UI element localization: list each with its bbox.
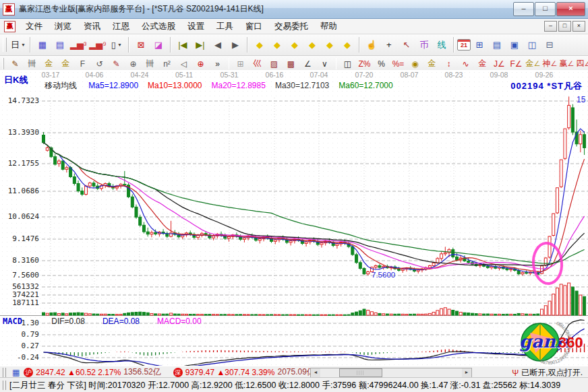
menu-item-trade-commission[interactable]: 交易委托 (268, 20, 314, 32)
shanghai-badge-icon[interactable]: 沪 (24, 368, 33, 377)
calculator-icon[interactable]: ⊞ (471, 37, 488, 53)
toolbar-separator (336, 58, 336, 69)
app-menu-icon[interactable]: 赢 (4, 21, 16, 32)
expand-v-icon[interactable]: ◆ (321, 37, 339, 53)
fan-lines-icon[interactable]: 巛 (249, 57, 266, 71)
mirror-angle-icon[interactable]: ◁ (175, 57, 192, 71)
prev-page-icon[interactable]: ◀ (209, 37, 227, 53)
angle-fan-icon[interactable]: ∠ (299, 57, 316, 71)
net-box-icon[interactable]: ▩ (283, 57, 299, 71)
brush-updown-icon[interactable]: ↕ (440, 57, 457, 71)
menu-item-settings[interactable]: 设置 (181, 20, 210, 32)
menu-item-news[interactable]: 资讯 (78, 20, 107, 32)
menu-item-help[interactable]: 帮助 (314, 20, 343, 32)
toolbar-grip[interactable] (3, 58, 4, 69)
scroll-left-arrow[interactable]: ◄ (311, 368, 320, 377)
more-chevron-icon[interactable]: » (209, 57, 226, 71)
hand-tool-icon[interactable]: ☝ (363, 37, 380, 53)
minimize-button[interactable]: – (513, 2, 534, 16)
menu-item-file[interactable]: 文件 (20, 20, 49, 32)
last-page-icon[interactable]: ▶| (192, 37, 209, 53)
gann-box-icon[interactable]: ⊠ (132, 37, 150, 53)
gold-lines-icon[interactable]: 金 (423, 57, 440, 71)
info-list-icon[interactable]: ▤ (51, 37, 69, 53)
spiral-icon[interactable]: ↺ (91, 57, 108, 71)
ying-angle-icon[interactable]: 赢∠ (558, 57, 575, 71)
bars-9-icon[interactable]: ▂▅⁹ (88, 37, 108, 53)
percent-lines-icon[interactable]: %= (390, 57, 407, 71)
mdi-minimize-button[interactable]: – (544, 21, 557, 32)
sh-change: ▲60.52 (67, 368, 96, 377)
bars-3-icon[interactable]: ▂▅³ (69, 37, 88, 53)
save-icon[interactable]: ▣ (506, 37, 523, 53)
grid-box-icon[interactable]: ⊞ (232, 57, 249, 71)
v-angle-icon[interactable]: ∨ (316, 57, 333, 71)
calendar-icon[interactable]: 21 (457, 39, 471, 51)
measure-brush-icon[interactable]: ✎ (7, 57, 24, 71)
printer-icon[interactable]: ⊟ (541, 37, 558, 53)
gann-net-icon[interactable]: ▦ (34, 37, 51, 53)
macd-pane-label: MACD (3, 317, 22, 326)
network-icon[interactable]: ◫ (523, 37, 541, 53)
menu-item-browse[interactable]: 浏览 (49, 20, 78, 32)
sz-index: 9379.47 (185, 368, 214, 377)
gold-circle-icon[interactable]: ◉ (407, 57, 423, 71)
y-axis-tick: 9.1476 (0, 234, 39, 243)
coin-tool-icon[interactable]: 币 (415, 37, 433, 53)
y-axis-tick: 8.3160 (0, 256, 39, 265)
first-page-icon[interactable]: |◀ (174, 37, 192, 53)
compass-icon[interactable]: ⊕ (192, 57, 209, 71)
macd-legend-item: MACD=0.00 (157, 317, 202, 326)
shenzhen-badge-icon[interactable]: 深 (173, 368, 183, 377)
toolbar-grip[interactable] (3, 38, 7, 53)
scroll-right-arrow[interactable]: ► (462, 368, 471, 377)
price-ruler-icon[interactable]: ◫ (339, 57, 356, 71)
pan-left-icon[interactable]: ◆ (251, 37, 268, 53)
kline-chart[interactable]: 日K线 03-1704-0604-2405-1105-3106-1607-040… (0, 70, 588, 366)
menu-item-window[interactable]: 窗口 (239, 20, 268, 32)
f-angle-icon[interactable]: F∠ (508, 57, 525, 71)
menu-item-tools[interactable]: 工具 (210, 20, 239, 32)
fib-comb-icon[interactable]: 卌 (24, 57, 40, 71)
fit-all-icon[interactable]: ◆ (339, 37, 356, 53)
percent-icon[interactable]: % (373, 57, 390, 71)
period-day-button[interactable]: 日▼ (9, 37, 27, 53)
maximize-button[interactable]: □ (535, 2, 556, 16)
circle-comb-icon[interactable]: ⊕ (125, 57, 142, 71)
gold-angle2-icon[interactable]: 金 (474, 57, 491, 71)
comb-icon[interactable]: 卌 (142, 57, 158, 71)
si-angle-icon[interactable]: 四∠ (575, 57, 588, 71)
line-tool-icon[interactable]: 线 (433, 37, 450, 53)
shrink-h-icon[interactable]: ◆ (303, 37, 321, 53)
notes-icon[interactable]: ▤ (488, 37, 506, 53)
candle-style-button[interactable]: ▯▼ (108, 37, 125, 53)
n2-comb-icon[interactable]: n² (158, 57, 175, 71)
next-page-icon[interactable]: ▶ (227, 37, 244, 53)
wave-box-icon[interactable]: ∿ (457, 57, 474, 71)
y-axis-tick: 14.7323 (0, 96, 39, 105)
menu-item-formula-stock-pick[interactable]: 公式选股 (136, 20, 181, 32)
f-comb-icon[interactable]: F (74, 57, 91, 71)
statusbar-grip (3, 368, 6, 377)
pan-right-icon[interactable]: ◆ (268, 37, 286, 53)
mdi-close-button[interactable]: × (572, 21, 585, 32)
brush-comb-icon[interactable]: ✎ (108, 57, 125, 71)
j-angle-icon[interactable]: J∠ (491, 57, 508, 71)
shen-angle-icon[interactable]: 神∠ (541, 57, 558, 71)
mdi-restore-button[interactable]: □ (558, 21, 571, 32)
gold-angle-icon[interactable]: 金∠ (525, 57, 541, 71)
crosshair-tool-icon[interactable]: + (380, 37, 398, 53)
gold-comb-icon[interactable]: 金 (40, 57, 57, 71)
market-grid-icon[interactable]: ▦ (12, 368, 20, 377)
pointer-a-icon[interactable]: ↖ (398, 37, 415, 53)
close-button[interactable]: × (556, 2, 585, 16)
horizontal-scrollbar[interactable]: ◄ ► (310, 368, 472, 378)
fan-box-icon[interactable]: ▨ (266, 57, 283, 71)
menu-item-gann[interactable]: 江恩 (107, 20, 136, 32)
gold-comb2-icon[interactable]: 金 (57, 57, 74, 71)
percent-z-icon[interactable]: Z% (356, 57, 373, 71)
volume-profile-icon[interactable]: ◪ (150, 37, 167, 53)
scrollbar-thumb[interactable] (339, 368, 382, 377)
macd-legend-item: DIF=0.08 (51, 317, 85, 326)
expand-h-icon[interactable]: ◆ (286, 37, 303, 53)
